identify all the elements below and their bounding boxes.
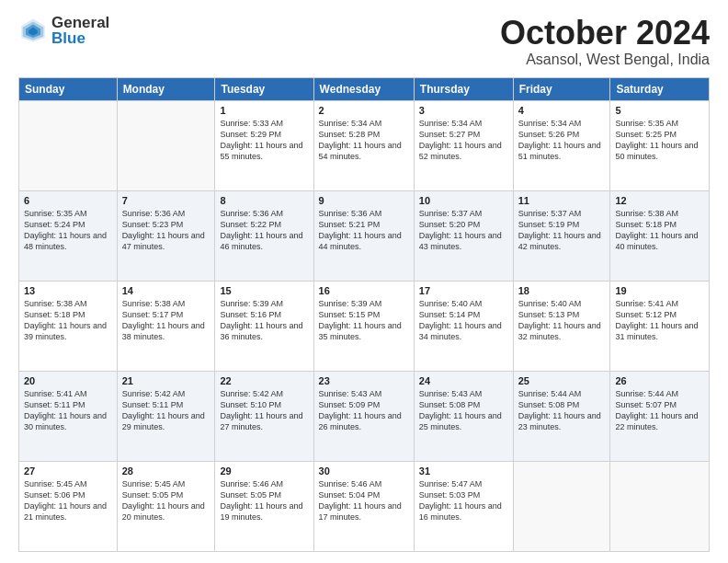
day-number: 2 [319, 105, 409, 116]
calendar-cell: 31Sunrise: 5:47 AM Sunset: 5:03 PM Dayli… [414, 461, 513, 551]
day-number: 17 [419, 285, 508, 296]
calendar-cell: 9Sunrise: 5:36 AM Sunset: 5:21 PM Daylig… [313, 190, 414, 281]
calendar-cell: 17Sunrise: 5:40 AM Sunset: 5:14 PM Dayli… [414, 281, 513, 371]
calendar-cell: 18Sunrise: 5:40 AM Sunset: 5:13 PM Dayli… [513, 281, 610, 371]
day-info: Sunrise: 5:45 AM Sunset: 5:06 PM Dayligh… [24, 478, 112, 523]
day-info: Sunrise: 5:41 AM Sunset: 5:12 PM Dayligh… [615, 298, 704, 343]
day-info: Sunrise: 5:39 AM Sunset: 5:15 PM Dayligh… [319, 298, 409, 343]
day-number: 26 [615, 375, 704, 386]
calendar-week-5: 27Sunrise: 5:45 AM Sunset: 5:06 PM Dayli… [19, 461, 710, 551]
calendar-table: Sunday Monday Tuesday Wednesday Thursday… [18, 77, 710, 552]
calendar-week-2: 6Sunrise: 5:35 AM Sunset: 5:24 PM Daylig… [19, 190, 710, 281]
day-number: 5 [615, 105, 704, 116]
logo-general-text: General [51, 15, 109, 30]
col-saturday: Saturday [610, 77, 710, 100]
logo: General Blue [18, 15, 109, 46]
day-number: 20 [24, 375, 112, 386]
day-info: Sunrise: 5:46 AM Sunset: 5:05 PM Dayligh… [220, 478, 308, 523]
day-number: 14 [122, 285, 210, 296]
calendar-week-3: 13Sunrise: 5:38 AM Sunset: 5:18 PM Dayli… [19, 281, 710, 371]
calendar-cell: 27Sunrise: 5:45 AM Sunset: 5:06 PM Dayli… [19, 461, 118, 551]
calendar-cell: 21Sunrise: 5:42 AM Sunset: 5:11 PM Dayli… [117, 371, 215, 461]
day-number: 18 [518, 285, 606, 296]
day-number: 7 [122, 195, 210, 206]
calendar-cell: 3Sunrise: 5:34 AM Sunset: 5:27 PM Daylig… [414, 100, 513, 190]
logo-text: General Blue [51, 15, 109, 46]
calendar-cell: 28Sunrise: 5:45 AM Sunset: 5:05 PM Dayli… [117, 461, 215, 551]
day-info: Sunrise: 5:39 AM Sunset: 5:16 PM Dayligh… [220, 298, 308, 343]
calendar-cell: 26Sunrise: 5:44 AM Sunset: 5:07 PM Dayli… [610, 371, 710, 461]
day-number: 22 [220, 375, 308, 386]
col-sunday: Sunday [19, 77, 118, 100]
calendar-cell: 16Sunrise: 5:39 AM Sunset: 5:15 PM Dayli… [313, 281, 414, 371]
day-info: Sunrise: 5:37 AM Sunset: 5:19 PM Dayligh… [518, 208, 606, 253]
day-info: Sunrise: 5:42 AM Sunset: 5:11 PM Dayligh… [122, 388, 210, 433]
day-info: Sunrise: 5:36 AM Sunset: 5:21 PM Dayligh… [319, 208, 409, 253]
day-number: 31 [419, 465, 508, 477]
calendar-cell: 14Sunrise: 5:38 AM Sunset: 5:17 PM Dayli… [117, 281, 215, 371]
day-info: Sunrise: 5:38 AM Sunset: 5:18 PM Dayligh… [24, 298, 112, 343]
day-number: 29 [220, 465, 308, 477]
calendar-cell: 11Sunrise: 5:37 AM Sunset: 5:19 PM Dayli… [513, 190, 610, 281]
calendar-cell [19, 100, 118, 190]
day-number: 13 [24, 285, 112, 296]
title-section: October 2024 Asansol, West Bengal, India [500, 15, 710, 68]
calendar-cell: 1Sunrise: 5:33 AM Sunset: 5:29 PM Daylig… [215, 100, 313, 190]
day-number: 12 [615, 195, 704, 206]
day-number: 10 [419, 195, 508, 206]
calendar-body: 1Sunrise: 5:33 AM Sunset: 5:29 PM Daylig… [19, 100, 710, 551]
day-info: Sunrise: 5:34 AM Sunset: 5:26 PM Dayligh… [518, 118, 606, 163]
day-info: Sunrise: 5:37 AM Sunset: 5:20 PM Dayligh… [419, 208, 508, 253]
day-info: Sunrise: 5:36 AM Sunset: 5:23 PM Dayligh… [122, 208, 210, 253]
day-number: 23 [319, 375, 409, 386]
day-number: 3 [419, 105, 508, 116]
day-info: Sunrise: 5:45 AM Sunset: 5:05 PM Dayligh… [122, 478, 210, 523]
calendar-week-1: 1Sunrise: 5:33 AM Sunset: 5:29 PM Daylig… [19, 100, 710, 190]
day-info: Sunrise: 5:44 AM Sunset: 5:07 PM Dayligh… [615, 388, 704, 433]
calendar-cell: 12Sunrise: 5:38 AM Sunset: 5:18 PM Dayli… [610, 190, 710, 281]
calendar-cell: 8Sunrise: 5:36 AM Sunset: 5:22 PM Daylig… [215, 190, 313, 281]
calendar-cell: 24Sunrise: 5:43 AM Sunset: 5:08 PM Dayli… [414, 371, 513, 461]
day-info: Sunrise: 5:35 AM Sunset: 5:25 PM Dayligh… [615, 118, 704, 163]
calendar-week-4: 20Sunrise: 5:41 AM Sunset: 5:11 PM Dayli… [19, 371, 710, 461]
page: General Blue October 2024 Asansol, West … [0, 0, 728, 563]
calendar-cell [513, 461, 610, 551]
day-info: Sunrise: 5:43 AM Sunset: 5:08 PM Dayligh… [419, 388, 508, 433]
day-info: Sunrise: 5:46 AM Sunset: 5:04 PM Dayligh… [319, 478, 409, 523]
day-number: 25 [518, 375, 606, 386]
calendar-cell: 19Sunrise: 5:41 AM Sunset: 5:12 PM Dayli… [610, 281, 710, 371]
day-info: Sunrise: 5:38 AM Sunset: 5:17 PM Dayligh… [122, 298, 210, 343]
calendar-cell: 6Sunrise: 5:35 AM Sunset: 5:24 PM Daylig… [19, 190, 118, 281]
calendar-cell [610, 461, 710, 551]
col-friday: Friday [513, 77, 610, 100]
day-number: 19 [615, 285, 704, 296]
day-info: Sunrise: 5:35 AM Sunset: 5:24 PM Dayligh… [24, 208, 112, 253]
day-number: 8 [220, 195, 308, 206]
calendar-cell: 25Sunrise: 5:44 AM Sunset: 5:08 PM Dayli… [513, 371, 610, 461]
calendar-cell: 5Sunrise: 5:35 AM Sunset: 5:25 PM Daylig… [610, 100, 710, 190]
calendar-cell: 15Sunrise: 5:39 AM Sunset: 5:16 PM Dayli… [215, 281, 313, 371]
calendar-cell: 29Sunrise: 5:46 AM Sunset: 5:05 PM Dayli… [215, 461, 313, 551]
day-info: Sunrise: 5:41 AM Sunset: 5:11 PM Dayligh… [24, 388, 112, 433]
col-thursday: Thursday [414, 77, 513, 100]
day-number: 21 [122, 375, 210, 386]
calendar-cell: 20Sunrise: 5:41 AM Sunset: 5:11 PM Dayli… [19, 371, 118, 461]
day-number: 16 [319, 285, 409, 296]
day-info: Sunrise: 5:34 AM Sunset: 5:27 PM Dayligh… [419, 118, 508, 163]
col-tuesday: Tuesday [215, 77, 313, 100]
location: Asansol, West Bengal, India [500, 52, 710, 68]
logo-blue-text: Blue [51, 30, 109, 46]
calendar-header: Sunday Monday Tuesday Wednesday Thursday… [19, 77, 710, 100]
day-number: 4 [518, 105, 606, 116]
calendar-cell: 10Sunrise: 5:37 AM Sunset: 5:20 PM Dayli… [414, 190, 513, 281]
day-number: 1 [220, 105, 308, 116]
col-monday: Monday [117, 77, 215, 100]
day-number: 6 [24, 195, 112, 206]
logo-icon [18, 16, 48, 45]
day-number: 24 [419, 375, 508, 386]
month-title: October 2024 [500, 15, 710, 52]
day-info: Sunrise: 5:40 AM Sunset: 5:14 PM Dayligh… [419, 298, 508, 343]
day-number: 9 [319, 195, 409, 206]
day-number: 28 [122, 465, 210, 477]
day-info: Sunrise: 5:33 AM Sunset: 5:29 PM Dayligh… [220, 118, 308, 163]
